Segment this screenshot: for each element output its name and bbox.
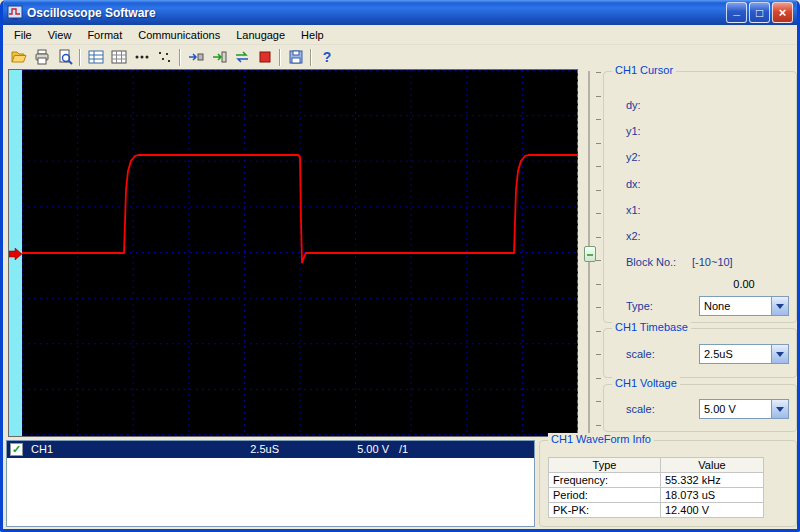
channel-probe: /1 bbox=[399, 443, 408, 455]
dx-label: dx: bbox=[626, 178, 641, 190]
menu-communications[interactable]: Communications bbox=[130, 27, 228, 43]
menu-file[interactable]: File bbox=[6, 27, 40, 43]
help-button[interactable]: ? bbox=[315, 46, 338, 68]
send-button[interactable] bbox=[207, 46, 230, 68]
timebase-scale-label: scale: bbox=[626, 348, 655, 360]
dots-icon bbox=[134, 49, 150, 65]
toolbar-separator bbox=[279, 49, 281, 66]
cursor-type-label: Type: bbox=[626, 300, 653, 312]
info-row-period: Period: 18.073 uS bbox=[549, 488, 764, 503]
x1-label: x1: bbox=[626, 204, 641, 216]
menubar: File View Format Communications Lanugage… bbox=[3, 25, 797, 45]
timebase-scale-value: 2.5uS bbox=[700, 345, 771, 363]
close-button[interactable]: × bbox=[772, 2, 793, 23]
block-value: 0.00 bbox=[699, 278, 789, 290]
toolbar-separator bbox=[310, 49, 312, 66]
voltage-scale-value: 5.00 V bbox=[700, 400, 771, 418]
info-row-frequency: Frequency: 55.332 kHz bbox=[549, 473, 764, 488]
y1-label: y1: bbox=[626, 125, 641, 137]
toolbar-separator bbox=[179, 49, 181, 66]
block-no-label: Block No.: bbox=[626, 256, 676, 268]
channel-table-button[interactable] bbox=[84, 46, 107, 68]
svg-text:?: ? bbox=[322, 49, 331, 65]
waveform-info-title: CH1 WaveForm Info bbox=[548, 433, 654, 445]
info-col-type: Type bbox=[549, 458, 661, 473]
waveform-info-table: Type Value Frequency: 55.332 kHz Period:… bbox=[548, 457, 764, 518]
channel-name: CH1 bbox=[31, 443, 53, 455]
cursor-panel: CH1 Cursor dy: y1: y2: dx: x1: x2: Block… bbox=[603, 71, 797, 323]
waveform-info-panel: CH1 WaveForm Info Type Value Frequency: … bbox=[539, 440, 797, 527]
voltage-scale-select[interactable]: 5.00 V bbox=[699, 399, 789, 419]
block-range-label: [-10~10] bbox=[692, 256, 733, 268]
timebase-panel-title: CH1 Timebase bbox=[612, 321, 691, 333]
stop-button[interactable] bbox=[253, 46, 276, 68]
sample-points-button[interactable] bbox=[153, 46, 176, 68]
cursor-type-select[interactable]: None bbox=[699, 296, 789, 316]
position-slider[interactable] bbox=[584, 69, 601, 437]
trigger-marker[interactable] bbox=[9, 248, 23, 260]
refresh-button[interactable] bbox=[230, 46, 253, 68]
export-button[interactable] bbox=[284, 46, 307, 68]
chevron-down-icon[interactable] bbox=[771, 400, 788, 418]
connect-button[interactable] bbox=[184, 46, 207, 68]
info-col-value: Value bbox=[661, 458, 764, 473]
info-cell-value: 18.073 uS bbox=[661, 488, 764, 503]
toolbar: ? bbox=[3, 45, 797, 69]
connect-icon bbox=[188, 49, 204, 65]
scope-plot bbox=[22, 70, 578, 435]
channel-voltage: 5.00 V bbox=[317, 443, 389, 455]
menu-view[interactable]: View bbox=[40, 27, 80, 43]
voltage-panel: CH1 Voltage scale: 5.00 V bbox=[603, 384, 797, 432]
voltage-panel-title: CH1 Voltage bbox=[612, 377, 680, 389]
app-icon bbox=[7, 5, 23, 21]
cursor-type-value: None bbox=[700, 297, 771, 315]
titlebar[interactable]: Oscilloscope Software _ □ × bbox=[3, 0, 797, 25]
voltage-scale-label: scale: bbox=[626, 403, 655, 415]
slider-ticks bbox=[596, 72, 601, 434]
info-row-pkpk: PK-PK: 12.400 V bbox=[549, 503, 764, 518]
refresh-icon bbox=[234, 49, 250, 65]
check-icon: ✓ bbox=[12, 444, 21, 455]
window-title: Oscilloscope Software bbox=[27, 6, 726, 20]
dy-label: dy: bbox=[626, 99, 641, 111]
info-header-row: Type Value bbox=[549, 458, 764, 473]
open-folder-icon bbox=[11, 49, 27, 65]
cursor-panel-title: CH1 Cursor bbox=[612, 64, 676, 76]
info-cell-label: Frequency: bbox=[549, 473, 661, 488]
menu-format[interactable]: Format bbox=[79, 27, 130, 43]
scope-display bbox=[8, 69, 578, 437]
info-cell-label: Period: bbox=[549, 488, 661, 503]
grid-toggle-button[interactable] bbox=[107, 46, 130, 68]
toolbar-separator bbox=[79, 49, 81, 66]
chevron-down-icon[interactable] bbox=[771, 345, 788, 363]
export-save-icon bbox=[288, 49, 304, 65]
info-cell-value: 12.400 V bbox=[661, 503, 764, 518]
chevron-down-icon[interactable] bbox=[771, 297, 788, 315]
minimize-button[interactable]: _ bbox=[726, 2, 747, 23]
print-button[interactable] bbox=[30, 46, 53, 68]
maximize-icon: □ bbox=[756, 7, 763, 19]
y2-label: y2: bbox=[626, 151, 641, 163]
points-icon bbox=[157, 49, 173, 65]
channel-table-icon bbox=[88, 49, 104, 65]
close-icon: × bbox=[779, 6, 787, 19]
slider-handle[interactable] bbox=[584, 246, 596, 262]
channel-row[interactable]: ✓ CH1 2.5uS 5.00 V /1 bbox=[7, 441, 534, 458]
print-preview-icon bbox=[57, 49, 73, 65]
stop-icon bbox=[257, 49, 273, 65]
timebase-panel: CH1 Timebase scale: 2.5uS bbox=[603, 328, 797, 378]
acquire-dots-button[interactable] bbox=[130, 46, 153, 68]
minimize-icon: _ bbox=[733, 4, 740, 16]
app-window: Oscilloscope Software _ □ × File View Fo… bbox=[0, 0, 800, 532]
channel-checkbox[interactable]: ✓ bbox=[10, 443, 23, 456]
x2-label: x2: bbox=[626, 230, 641, 242]
open-button[interactable] bbox=[7, 46, 30, 68]
timebase-scale-select[interactable]: 2.5uS bbox=[699, 344, 789, 364]
menu-language[interactable]: Lanugage bbox=[228, 27, 293, 43]
channel-list[interactable]: ✓ CH1 2.5uS 5.00 V /1 bbox=[6, 440, 535, 527]
grid-icon bbox=[111, 49, 127, 65]
print-preview-button[interactable] bbox=[53, 46, 76, 68]
help-icon: ? bbox=[319, 49, 335, 65]
maximize-button[interactable]: □ bbox=[749, 2, 770, 23]
menu-help[interactable]: Help bbox=[293, 27, 332, 43]
